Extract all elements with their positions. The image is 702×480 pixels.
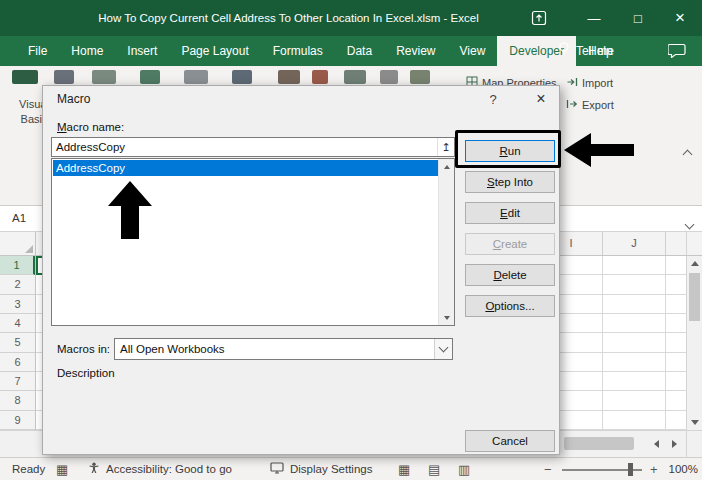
ribbon-button-partial[interactable] (54, 70, 74, 84)
macro-list-scrollbar[interactable] (438, 159, 454, 325)
accessibility-icon (88, 462, 100, 476)
list-scroll-up-icon[interactable] (439, 160, 454, 173)
row-header-9[interactable]: 9 (0, 411, 35, 430)
header-scrollbar-cap (686, 232, 702, 255)
macros-in-value: All Open Workbooks (120, 339, 225, 359)
ribbon-button-partial[interactable] (232, 70, 252, 84)
step-into-button[interactable]: Step Into (465, 171, 555, 193)
dialog-title: Macro (57, 92, 90, 106)
tab-insert[interactable]: Insert (115, 36, 169, 66)
tab-view[interactable]: View (448, 36, 498, 66)
vertical-scrollbar[interactable] (686, 256, 702, 430)
display-settings-icon (270, 462, 284, 476)
horizontal-scrollbar-thumb[interactable] (564, 437, 634, 450)
ribbon-button-partial[interactable] (344, 70, 366, 84)
dropdown-arrow-icon[interactable] (434, 339, 452, 359)
ribbon-button-partial[interactable] (12, 70, 38, 84)
select-all-triangle-icon (25, 245, 33, 253)
ribbon-button-partial[interactable] (278, 70, 300, 84)
select-all-corner[interactable] (0, 232, 36, 255)
formula-bar-expand-icon[interactable] (686, 214, 693, 232)
ribbon-button-partial[interactable] (92, 70, 116, 84)
tab-page-layout[interactable]: Page Layout (169, 36, 260, 66)
view-page-break-button[interactable]: ▥ (458, 458, 470, 480)
macro-name-value: AddressCopy (56, 138, 125, 156)
macros-in-label: Macros in: (57, 343, 110, 355)
scrollbar-corner (686, 431, 702, 457)
description-label: Description (57, 367, 115, 379)
view-page-break-icon: ▥ (458, 462, 470, 477)
annotation-arrow-left (564, 133, 634, 167)
annotation-box-run (455, 130, 561, 168)
row-header-7[interactable]: 7 (0, 372, 35, 391)
status-bar: Ready ▦ Accessibility: Good to go Displa… (0, 457, 702, 480)
dialog-help-button[interactable]: ? (483, 90, 503, 110)
macro-list-item-selected[interactable]: AddressCopy (53, 160, 438, 176)
close-icon: × (675, 8, 685, 28)
scroll-up-icon[interactable] (687, 256, 702, 271)
options-button[interactable]: Options... (465, 295, 555, 317)
zoom-in-icon: + (650, 462, 658, 477)
minimize-button[interactable]: — (572, 0, 616, 36)
ribbon-button-partial[interactable] (410, 70, 430, 84)
zoom-in-button[interactable]: + (650, 458, 658, 480)
display-settings-button[interactable]: Display Settings (270, 458, 372, 480)
import-button[interactable]: Import (566, 74, 613, 92)
view-normal-button[interactable]: ▦ (398, 458, 410, 480)
window-title: How To Copy Current Cell Address To Othe… (40, 0, 537, 36)
macro-record-button[interactable]: ▦ (56, 458, 68, 480)
export-button[interactable]: Export (566, 96, 614, 114)
delete-button[interactable]: Delete (465, 264, 555, 286)
vertical-scrollbar-thumb[interactable] (689, 273, 700, 321)
ribbon-display-options-icon[interactable] (531, 10, 547, 30)
tab-file[interactable]: File (16, 36, 59, 66)
row-header-8[interactable]: 8 (0, 391, 35, 410)
row-header-2[interactable]: 2 (0, 275, 35, 294)
comments-icon[interactable] (668, 43, 686, 62)
row-header-4[interactable]: 4 (0, 314, 35, 333)
macro-name-input[interactable]: AddressCopy ↥ (51, 137, 455, 157)
tab-home[interactable]: Home (59, 36, 115, 66)
view-page-layout-button[interactable]: ▤ (428, 458, 440, 480)
ribbon-button-partial[interactable] (140, 70, 160, 84)
scroll-left-icon[interactable] (648, 435, 664, 452)
dialog-close-button[interactable]: × (529, 88, 553, 110)
field-collapse-icon[interactable]: ↥ (437, 138, 454, 156)
scroll-down-icon[interactable] (687, 415, 702, 430)
row-header-6[interactable]: 6 (0, 353, 35, 372)
tell-me-button[interactable]: Tell me (558, 36, 614, 66)
cancel-button[interactable]: Cancel (465, 430, 555, 452)
close-button[interactable]: × (658, 0, 702, 36)
ribbon-button-partial[interactable] (184, 70, 208, 84)
zoom-level-button[interactable]: 100% (660, 458, 698, 480)
collapse-ribbon-icon[interactable] (684, 144, 691, 162)
macros-in-dropdown[interactable]: All Open Workbooks (114, 338, 453, 360)
tab-review[interactable]: Review (384, 36, 447, 66)
macro-name-label: Macro name: (57, 121, 124, 133)
list-scroll-down-icon[interactable] (439, 311, 454, 324)
maximize-icon: □ (634, 11, 642, 26)
view-page-layout-icon: ▤ (428, 462, 440, 477)
zoom-slider-thumb[interactable] (628, 463, 633, 476)
row-header-5[interactable]: 5 (0, 333, 35, 352)
column-header-J[interactable]: J (603, 232, 666, 255)
maximize-button[interactable]: □ (616, 0, 660, 36)
row-header-1[interactable]: 1 (0, 256, 35, 275)
accessibility-status[interactable]: Accessibility: Good to go (88, 458, 232, 480)
lightbulb-icon (558, 41, 570, 61)
row-header-3[interactable]: 3 (0, 295, 35, 314)
tab-data[interactable]: Data (335, 36, 384, 66)
export-icon (566, 96, 578, 114)
title-bar: How To Copy Current Cell Address To Othe… (0, 0, 702, 36)
tab-formulas[interactable]: Formulas (261, 36, 335, 66)
status-ready: Ready (12, 458, 45, 480)
zoom-out-button[interactable]: − (544, 458, 552, 480)
annotation-arrow-up (108, 181, 152, 239)
scroll-right-icon[interactable] (666, 435, 682, 452)
view-normal-icon: ▦ (398, 462, 410, 477)
name-box[interactable]: A1 (12, 206, 26, 231)
ribbon-button-partial[interactable] (312, 70, 328, 84)
excel-window: How To Copy Current Cell Address To Othe… (0, 0, 702, 480)
edit-button[interactable]: Edit (465, 202, 555, 224)
ribbon-button-partial[interactable] (380, 70, 398, 84)
